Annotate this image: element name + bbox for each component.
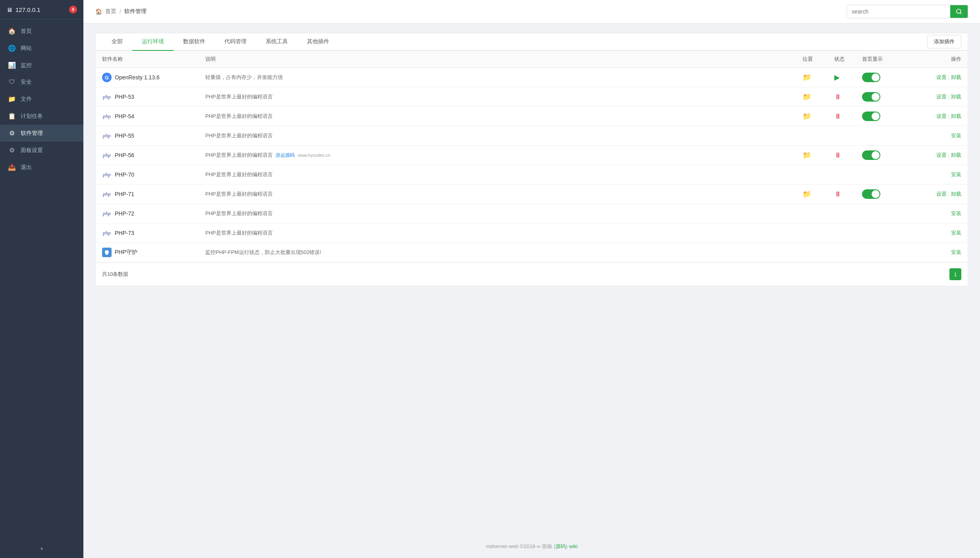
install-link-php72[interactable]: 安装 xyxy=(951,210,961,217)
sidebar-label-website: 网站 xyxy=(21,45,32,52)
php53-homepage xyxy=(862,92,902,102)
sidebar-server: 🖥 127.0.0.1 xyxy=(6,6,41,13)
sidebar-item-monitor[interactable]: 📊 监控 xyxy=(0,57,83,74)
tab-code[interactable]: 代码管理 xyxy=(215,33,256,51)
homepage-toggle-php53[interactable] xyxy=(862,92,880,102)
php-icon: php xyxy=(102,228,112,238)
uninstall-link-php71[interactable]: 卸载 xyxy=(951,190,961,198)
sidebar-item-software[interactable]: ⚙ 软件管理 xyxy=(0,125,83,142)
table-row: php PHP-73 PHP是世界上最好的编程语言 安装 xyxy=(96,223,968,243)
php70-desc: PHP是世界上最好的编程语言 xyxy=(205,171,803,178)
table-row: php PHP-56 PHP是世界上最好的编程语言 洪运源码 www.hycod… xyxy=(96,146,968,165)
settings-link-php71[interactable]: 设置 xyxy=(936,190,947,198)
folder-icon[interactable]: 📁 xyxy=(803,112,811,121)
php70-label: PHP-70 xyxy=(115,171,134,178)
install-link-php55[interactable]: 安装 xyxy=(951,132,961,139)
tab-tools[interactable]: 系统工具 xyxy=(256,33,297,51)
uninstall-link-php56[interactable]: 卸载 xyxy=(951,152,961,159)
uninstall-link-php53[interactable]: 卸载 xyxy=(951,93,961,100)
svg-line-1 xyxy=(960,13,961,14)
breadcrumb-separator: / xyxy=(120,8,121,15)
footer-separator: ) xyxy=(566,543,569,549)
php71-location: 📁 xyxy=(803,190,834,198)
sidebar-item-panel-settings[interactable]: ⚙ 面板设置 xyxy=(0,142,83,159)
search-button[interactable] xyxy=(950,5,968,18)
php-icon: php xyxy=(102,112,112,121)
sidebar-label-monitor: 监控 xyxy=(21,62,32,69)
openresty-icon: G xyxy=(102,73,112,82)
install-link-php70[interactable]: 安装 xyxy=(951,171,961,178)
home-icon: 🏠 xyxy=(8,27,16,35)
breadcrumb-home[interactable]: 首页 xyxy=(105,8,116,15)
sidebar-add-button[interactable]: + xyxy=(0,539,83,558)
add-plugin-button[interactable]: 添加插件 xyxy=(927,35,961,48)
settings-link-php53[interactable]: 设置 xyxy=(936,93,947,100)
php71-homepage xyxy=(862,189,902,199)
folder-icon[interactable]: 📁 xyxy=(803,73,811,82)
settings-link-openresty[interactable]: 设置 xyxy=(936,74,947,81)
sidebar-item-security[interactable]: 🛡 安全 xyxy=(0,74,83,90)
sidebar-item-website[interactable]: 🌐 网站 xyxy=(0,40,83,57)
status-running-icon: ▶ xyxy=(834,73,840,82)
php71-status: ⏸ xyxy=(834,190,862,198)
notification-badge[interactable]: 0 xyxy=(69,6,77,13)
main-content: 🏠 首页 / 软件管理 全部 运行环境 数据软件 代码管理 系统工具 其他插件 … xyxy=(83,0,980,558)
monitor-nav-icon: 📊 xyxy=(8,62,16,69)
tab-runtime[interactable]: 运行环境 xyxy=(132,33,174,51)
total-count: 共10条数据 xyxy=(102,271,128,278)
folder-icon[interactable]: 📁 xyxy=(803,151,811,160)
homepage-toggle-php71[interactable] xyxy=(862,189,880,199)
sidebar-label-settings: 面板设置 xyxy=(21,147,43,154)
page-1-button[interactable]: 1 xyxy=(949,268,961,280)
search-box xyxy=(847,5,968,18)
software-name-php53: php PHP-53 xyxy=(102,92,205,102)
php70-actions: 安装 xyxy=(902,171,961,178)
sidebar-item-schedule[interactable]: 📋 计划任务 xyxy=(0,108,83,125)
tab-plugins[interactable]: 其他插件 xyxy=(297,33,339,51)
col-header-name: 软件名称 xyxy=(102,56,205,63)
source-link[interactable]: 源码 xyxy=(556,543,566,549)
install-link-phpguard[interactable]: 安装 xyxy=(951,249,961,256)
folder-icon[interactable]: 📁 xyxy=(803,190,811,198)
settings-link-php54[interactable]: 设置 xyxy=(936,113,947,120)
php56-desc-link[interactable]: 洪运源码 xyxy=(276,152,295,158)
sidebar-item-home[interactable]: 🏠 首页 xyxy=(0,23,83,40)
col-header-location: 位置 xyxy=(803,56,834,63)
openresty-status: ▶ xyxy=(834,73,862,82)
software-name-php73: php PHP-73 xyxy=(102,228,205,238)
homepage-toggle-openresty[interactable] xyxy=(862,73,880,82)
breadcrumb-home-icon: 🏠 xyxy=(95,8,102,15)
col-header-action: 操作 xyxy=(902,56,961,63)
software-name-openresty: G OpenResty 1.13.6 xyxy=(102,73,205,82)
search-input[interactable] xyxy=(847,5,950,18)
phpguard-actions: 安装 xyxy=(902,249,961,256)
phpguard-desc: 监控PHP-FPM运行状态，防止大批量出现502错误! xyxy=(205,249,803,256)
sidebar-nav: 🏠 首页 🌐 网站 📊 监控 🛡 安全 📁 文件 📋 计划任务 ⚙ 软件管理 ⚙ xyxy=(0,19,83,539)
php54-actions: 设置 | 卸载 xyxy=(902,113,961,120)
uninstall-link-openresty[interactable]: 卸载 xyxy=(951,74,961,81)
col-header-homepage: 首页显示 xyxy=(862,56,902,63)
sidebar-label-files: 文件 xyxy=(21,96,32,103)
logout-icon: 📤 xyxy=(8,164,16,171)
wiki-link[interactable]: wiki xyxy=(569,543,578,549)
homepage-toggle-php54[interactable] xyxy=(862,112,880,121)
settings-link-php56[interactable]: 设置 xyxy=(936,152,947,159)
php-icon: php xyxy=(102,92,112,102)
php54-status: ⏸ xyxy=(834,112,862,121)
status-paused-icon: ⏸ xyxy=(834,93,841,101)
sidebar-item-files[interactable]: 📁 文件 xyxy=(0,90,83,108)
status-paused-icon: ⏸ xyxy=(834,151,841,160)
homepage-toggle-php56[interactable] xyxy=(862,150,880,160)
sidebar-item-logout[interactable]: 📤 退出 xyxy=(0,159,83,176)
content-area: 全部 运行环境 数据软件 代码管理 系统工具 其他插件 添加插件 软件名称 说明… xyxy=(83,23,980,535)
sidebar-label-software: 软件管理 xyxy=(21,130,43,137)
folder-icon[interactable]: 📁 xyxy=(803,92,811,101)
tab-database[interactable]: 数据软件 xyxy=(174,33,215,51)
install-link-php73[interactable]: 安装 xyxy=(951,229,961,237)
status-paused-icon: ⏸ xyxy=(834,190,841,198)
software-name-php72: php PHP-72 xyxy=(102,209,205,218)
php53-label: PHP-53 xyxy=(115,94,134,100)
tab-all[interactable]: 全部 xyxy=(102,33,132,51)
uninstall-link-php54[interactable]: 卸载 xyxy=(951,113,961,120)
openresty-homepage xyxy=(862,73,902,82)
